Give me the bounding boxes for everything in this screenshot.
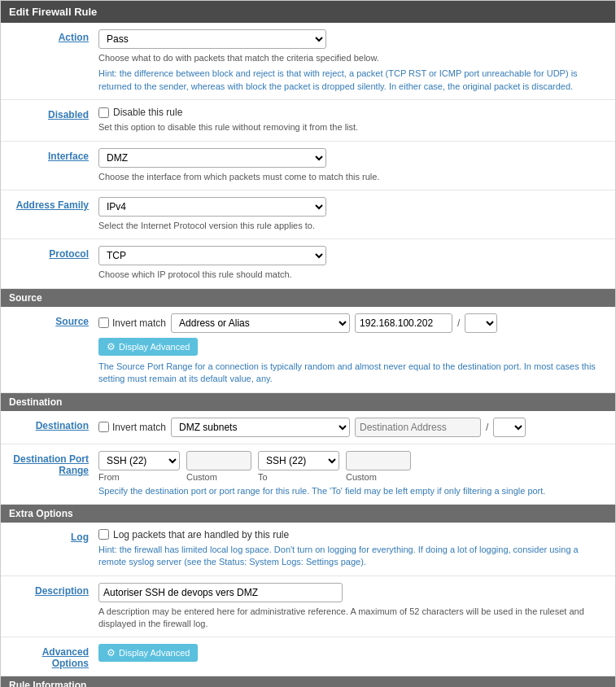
source-hint: The Source Port Range for a connection i… [98,361,607,386]
protocol-label: Protocol [9,246,98,260]
protocol-row: Protocol TCP UDP ICMP Any Choose which I… [1,239,615,288]
to-custom-label: Custom [346,472,411,482]
gear-icon: ⚙ [107,341,116,352]
address-family-hint: Select the Internet Protocol version thi… [98,220,607,232]
interface-hint: Choose the interface from which packets … [98,171,607,183]
destination-invert-label: Invert match [98,422,166,433]
to-label: To [258,472,339,482]
gear-icon-advanced: ⚙ [107,647,116,659]
address-family-content: IPv4 IPv6 IPv4+IPv6 Select the Internet … [98,197,607,232]
from-custom-label: Custom [186,472,251,482]
edit-firewall-rule-panel: Edit Firewall Rule Action Pass Block Rej… [0,0,616,687]
log-checkbox[interactable] [98,529,109,540]
destination-content: Invert match DMZ subnets Any Single host… [98,418,607,437]
log-content: Log packets that are handled by this rul… [98,529,607,569]
action-select[interactable]: Pass Block Reject [98,29,326,49]
destination-address-input[interactable] [355,418,481,437]
protocol-select[interactable]: TCP UDP ICMP Any [98,246,326,265]
from-port-group: SSH (22) HTTP (80) HTTPS (443) any From [98,451,180,482]
advanced-options-content: ⚙ Display Advanced [98,644,607,662]
extra-options-section-header: Extra Options [1,505,615,523]
destination-invert-text: Invert match [112,422,166,433]
from-port-select[interactable]: SSH (22) HTTP (80) HTTPS (443) any [98,451,180,470]
action-label: Action [9,29,98,43]
destination-port-hint: Specify the destination port or port ran… [98,485,607,497]
panel-title: Edit Firewall Rule [1,1,615,23]
action-hint-main: Choose what to do with packets that matc… [98,52,607,64]
action-row: Action Pass Block Reject Choose what to … [1,23,615,100]
advanced-display-advanced-label: Display Advanced [119,648,190,658]
address-family-row: Address Family IPv4 IPv6 IPv4+IPv6 Selec… [1,190,615,239]
source-section-header: Source [1,289,615,307]
log-checkbox-label: Log packets that are handled by this rul… [113,529,289,540]
from-label: From [98,472,180,482]
advanced-display-advanced-button[interactable]: ⚙ Display Advanced [98,644,198,662]
port-range-controls: SSH (22) HTTP (80) HTTPS (443) any From … [98,451,607,482]
disabled-hint: Set this option to disable this rule wit… [98,121,607,133]
disabled-content: Disable this rule Set this option to dis… [98,107,607,133]
protocol-content: TCP UDP ICMP Any Choose which IP protoco… [98,246,607,281]
destination-invert-checkbox[interactable] [98,422,109,432]
action-hint-blue: Hint: the difference between block and r… [98,68,607,93]
log-hint: Hint: the firewall has limited local log… [98,544,607,569]
description-content: A description may be entered here for ad… [98,583,607,631]
destination-controls-row: Invert match DMZ subnets Any Single host… [98,418,607,437]
destination-port-range-label: Destination Port Range [9,451,98,476]
destination-port-range-row: Destination Port Range SSH (22) HTTP (80… [1,444,615,505]
destination-label: Destination [9,418,98,431]
destination-row: Destination Invert match DMZ subnets Any… [1,411,615,444]
source-invert-label: Invert match [98,317,166,329]
advanced-options-row: Advanced Options ⚙ Display Advanced [1,637,615,676]
disabled-row: Disabled Disable this rule Set this opti… [1,100,615,141]
interface-content: DMZ WAN LAN Choose the interface from wh… [98,148,607,183]
disabled-checkbox[interactable] [98,107,109,118]
protocol-hint: Choose which IP protocol this rule shoul… [98,269,607,281]
destination-type-select[interactable]: DMZ subnets Any Single host or alias [171,418,350,437]
destination-port-content: SSH (22) HTTP (80) HTTPS (443) any From … [98,451,607,497]
description-label: Description [9,583,98,597]
source-invert-checkbox[interactable] [98,317,109,328]
from-custom-group: Custom [186,451,251,482]
log-row: Log Log packets that are handled by this… [1,523,615,576]
to-custom-group: Custom [346,451,411,482]
to-port-select[interactable]: SSH (22) HTTP (80) HTTPS (443) any [258,451,339,470]
from-custom-input[interactable] [186,451,251,470]
description-hint: A description may be entered here for ad… [98,606,607,631]
address-family-select[interactable]: IPv4 IPv6 IPv4+IPv6 [98,197,326,217]
destination-subnet-select[interactable]: 8 16 24 32 [493,418,526,437]
destination-slash: / [486,422,488,433]
source-label: Source [9,313,98,327]
description-row: Description A description may be entered… [1,576,615,638]
log-checkbox-row: Log packets that are handled by this rul… [98,529,607,540]
action-content: Pass Block Reject Choose what to do with… [98,29,607,93]
log-label: Log [9,529,98,543]
interface-row: Interface DMZ WAN LAN Choose the interfa… [1,142,615,190]
disabled-label: Disabled [9,107,98,120]
source-slash: / [457,317,460,329]
disabled-checkbox-label: Disable this rule [113,107,182,118]
destination-section-header: Destination [1,393,615,411]
disabled-checkbox-row: Disable this rule [98,107,607,118]
description-input[interactable] [98,583,343,602]
address-family-label: Address Family [9,197,98,211]
rule-info-section-header: Rule Information [1,676,615,687]
source-ip-input[interactable] [355,313,452,333]
source-content: Invert match Address or Alias Any Single… [98,313,607,386]
interface-label: Interface [9,148,98,162]
to-port-group: SSH (22) HTTP (80) HTTPS (443) any To [258,451,339,482]
source-row: Source Invert match Address or Alias Any… [1,307,615,393]
source-subnet-select[interactable]: 8 16 24 32 [465,313,497,333]
advanced-options-label: Advanced Options [9,644,98,669]
source-invert-text: Invert match [112,317,166,329]
source-type-select[interactable]: Address or Alias Any Single host or alia… [171,313,350,333]
source-display-advanced-label: Display Advanced [119,342,190,352]
to-custom-input[interactable] [346,451,411,470]
source-display-advanced-button[interactable]: ⚙ Display Advanced [98,338,198,356]
interface-select[interactable]: DMZ WAN LAN [98,148,326,168]
source-controls-row: Invert match Address or Alias Any Single… [98,313,607,333]
